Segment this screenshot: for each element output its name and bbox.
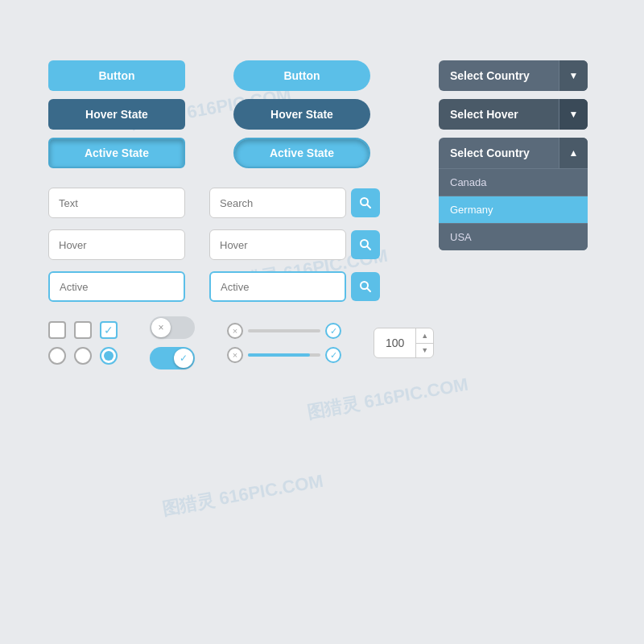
slider-row-2: × ✓ <box>227 347 341 363</box>
text-input-normal[interactable] <box>48 188 185 218</box>
toggle-group: × ✓ <box>150 316 195 369</box>
search-icon-active <box>359 280 372 293</box>
toggle-off[interactable]: × <box>150 316 195 339</box>
dropdown-option-canada[interactable]: Canada <box>439 168 588 196</box>
number-value: 100 <box>374 336 415 349</box>
toggle-on-thumb: ✓ <box>174 349 193 368</box>
dropdown-hover-arrow: ▼ <box>559 99 588 130</box>
number-down-arrow[interactable]: ▼ <box>416 344 433 358</box>
search-active-wrap <box>209 271 380 302</box>
dropdown-option-usa[interactable]: USA <box>439 223 588 250</box>
svg-line-3 <box>367 246 370 250</box>
number-arrows: ▲ ▼ <box>415 328 433 357</box>
slider-icon-on-2: ✓ <box>325 347 341 363</box>
text-input-hover-wrap <box>48 229 185 260</box>
search-icon-hover <box>359 238 372 251</box>
radio-1[interactable] <box>48 347 66 365</box>
text-input-hover[interactable] <box>48 229 185 260</box>
search-icon-normal <box>359 196 372 209</box>
button-col-rect: Button Hover State Active State <box>48 60 185 168</box>
checkbox-2[interactable] <box>74 321 92 339</box>
slider-icon-off-2: × <box>227 347 243 363</box>
search-input-hover[interactable] <box>209 229 346 260</box>
dropdown-open-arrow: ▲ <box>559 138 588 168</box>
number-input-wrap: 100 ▲ ▼ <box>374 328 434 358</box>
checkbox-1[interactable] <box>48 321 66 339</box>
search-button-active[interactable] <box>351 272 380 301</box>
text-input-col <box>48 188 185 302</box>
search-button-hover[interactable] <box>351 230 380 259</box>
dropdown-open: Select Country ▲ Canada Germany USA <box>439 138 588 250</box>
dropdown-section: Select Country ▼ Select Hover ▼ Select C… <box>439 60 588 250</box>
dropdown-select-hover[interactable]: Select Hover ▼ <box>439 99 588 130</box>
radio-group <box>48 347 118 365</box>
button-hover-pill[interactable]: Hover State <box>233 99 370 130</box>
checkbox-row: ✓ <box>48 321 118 339</box>
toggle-on[interactable]: ✓ <box>150 347 195 369</box>
button-normal-pill[interactable]: Button <box>233 60 370 91</box>
dropdown-hover-label: Select Hover <box>439 100 559 129</box>
search-button-normal[interactable] <box>351 188 380 217</box>
text-input-active[interactable] <box>48 271 185 302</box>
button-active-pill[interactable]: Active State <box>233 138 370 168</box>
button-hover-rect[interactable]: Hover State <box>48 99 185 130</box>
search-input-normal[interactable] <box>209 188 346 218</box>
dropdown-arrow-down: ▼ <box>559 60 588 91</box>
text-input-active-wrap <box>48 271 185 302</box>
dropdown-open-header[interactable]: Select Country ▲ <box>439 138 588 168</box>
slider-icon-on: ✓ <box>325 323 341 339</box>
toggle-off-thumb: × <box>151 318 171 337</box>
slider-track-1[interactable] <box>248 329 320 332</box>
button-col-pill: Button Hover State Active State <box>233 60 370 168</box>
search-input-active[interactable] <box>209 271 346 302</box>
slider-icon-off: × <box>227 323 243 339</box>
search-normal-wrap <box>209 188 380 218</box>
svg-line-1 <box>367 204 370 208</box>
slider-row-1: × ✓ <box>227 323 341 339</box>
svg-line-5 <box>367 288 370 291</box>
search-input-col <box>209 188 380 302</box>
button-active-rect[interactable]: Active State <box>48 138 185 168</box>
dropdown-open-label: Select Country <box>439 138 559 167</box>
toggle-on-row: ✓ <box>150 347 195 369</box>
text-input-normal-wrap <box>48 188 185 218</box>
checkbox-3-checked[interactable]: ✓ <box>100 321 118 339</box>
slider-fill-2 <box>248 353 310 357</box>
dropdown-option-germany[interactable]: Germany <box>439 196 588 223</box>
radio-2[interactable] <box>74 347 92 365</box>
toggle-off-row: × <box>150 316 195 339</box>
slider-track-2[interactable] <box>248 353 320 357</box>
dropdown-country-label: Select Country <box>439 61 559 90</box>
search-hover-wrap <box>209 229 380 260</box>
radio-3-checked[interactable] <box>100 347 118 365</box>
button-normal-rect[interactable]: Button <box>48 60 185 91</box>
dropdown-options-list: Canada Germany USA <box>439 168 588 250</box>
number-up-arrow[interactable]: ▲ <box>416 328 433 344</box>
dropdown-select-country[interactable]: Select Country ▼ <box>439 60 588 91</box>
slider-group: × ✓ × ✓ <box>227 323 341 363</box>
